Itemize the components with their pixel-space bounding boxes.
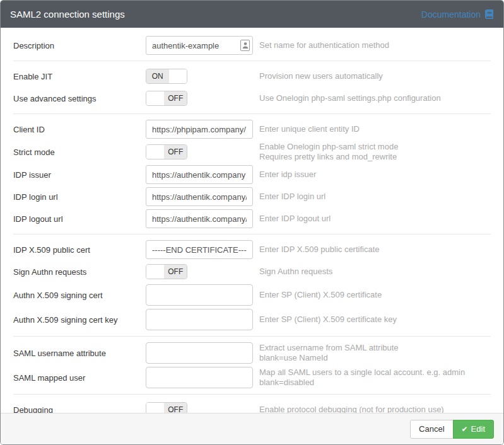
form-row: SAML username attribute Extract username…: [13, 342, 491, 364]
input-wrap: [146, 165, 253, 184]
form-body: Description Set name for authentication …: [1, 28, 503, 413]
toggle-switch[interactable]: OFF: [146, 264, 187, 279]
help-line: Requires pretty links and mod_rewrite: [259, 152, 491, 162]
help-line: blank=disabled: [259, 378, 491, 388]
input-wrap: [146, 367, 253, 388]
edit-button-label: Edit: [471, 424, 485, 434]
form-row: Sign Authn requests OFF Sign Authn reque…: [13, 262, 491, 281]
help-line: Enter SP (Client) X.509 certificate: [259, 290, 491, 300]
form-row: Description Set name for authentication …: [13, 36, 491, 55]
help-line: Enter IDP login url: [259, 192, 491, 202]
toggle-state-label: OFF: [164, 91, 187, 105]
field-help: Extract username from SAML attributeblan…: [259, 343, 491, 363]
toggle-handle: [146, 403, 164, 413]
section-divider: [13, 234, 491, 234]
help-line: Enter IDP X.509 public certificate: [259, 245, 491, 255]
field-label: Authn X.509 signing cert: [13, 291, 146, 300]
edit-button[interactable]: ✔ Edit: [453, 420, 494, 439]
help-line: Enable protocol debugging (not for produ…: [259, 405, 491, 413]
text-input[interactable]: [146, 36, 253, 55]
input-wrap: [146, 36, 253, 55]
input-wrap: [146, 120, 253, 139]
field-control: OFF: [146, 91, 259, 106]
form-row: Enable JIT ON Provision new users automa…: [13, 67, 491, 86]
field-control: OFF: [146, 402, 259, 413]
toggle-state-label: OFF: [164, 145, 187, 159]
field-label: Description: [13, 41, 146, 50]
dialog-footer: Cancel ✔ Edit: [1, 413, 503, 444]
field-control: OFF: [146, 264, 259, 279]
text-input[interactable]: [146, 120, 253, 139]
text-input[interactable]: [146, 284, 253, 306]
input-wrap: [146, 309, 253, 330]
form-row: IDP X.509 public cert Enter IDP X.509 pu…: [13, 240, 491, 259]
dialog-title: SAML2 connection settings: [10, 9, 125, 20]
text-input[interactable]: [146, 209, 253, 228]
toggle-switch[interactable]: OFF: [146, 91, 187, 106]
help-line: Enter SP (Client) X.509 certificate key: [259, 315, 491, 325]
form-row: Client ID Enter unique client entity ID: [13, 120, 491, 139]
field-help: Enable Onelogin php-saml strict modeRequ…: [259, 142, 491, 162]
field-help: Map all SAML users to a single local acc…: [259, 367, 491, 388]
user-icon[interactable]: [240, 40, 250, 51]
help-line: Enter unique client entity ID: [259, 124, 491, 134]
field-help: Set name for authentication method: [259, 40, 491, 50]
toggle-state-label: OFF: [164, 265, 187, 279]
field-label: IDP logout url: [13, 214, 146, 224]
toggle-switch[interactable]: OFF: [146, 144, 187, 159]
field-label: Use advanced settings: [13, 94, 146, 103]
field-label: SAML mapped user: [13, 373, 146, 383]
help-line: Set name for authentication method: [259, 40, 491, 50]
field-help: Sign Authn requests: [259, 267, 491, 277]
field-label: SAML username attribute: [13, 349, 146, 358]
form-row: SAML mapped user Map all SAML users to a…: [13, 367, 491, 388]
field-control: [146, 367, 259, 388]
input-wrap: [146, 284, 253, 306]
field-label: Enable JIT: [13, 72, 146, 81]
field-control: [146, 284, 259, 306]
saml2-settings-dialog: SAML2 connection settings Documentation …: [0, 0, 504, 445]
section-divider: [13, 394, 491, 395]
help-line: Use Onelogin php-saml settings.php confi…: [259, 93, 491, 103]
form-row: Strict mode OFF Enable Onelogin php-saml…: [13, 142, 491, 162]
text-input[interactable]: [146, 187, 253, 206]
help-line: Map all SAML users to a single local acc…: [259, 367, 491, 378]
field-control: ON: [146, 69, 259, 84]
toggle-switch[interactable]: ON: [146, 69, 187, 84]
documentation-link[interactable]: Documentation: [421, 9, 494, 20]
field-control: [146, 165, 259, 184]
text-input[interactable]: [146, 367, 253, 388]
toggle-handle: [169, 69, 187, 83]
help-line: Extract username from SAML attribute: [259, 343, 491, 353]
field-help: Provision new users automatically: [259, 71, 491, 81]
form-row: IDP login url Enter IDP login url: [13, 187, 491, 206]
help-line: Sign Authn requests: [259, 267, 491, 277]
documentation-link-label: Documentation: [421, 9, 481, 20]
text-input[interactable]: [146, 342, 253, 364]
help-line: Enter IDP logout url: [259, 214, 491, 224]
field-control: [146, 187, 259, 206]
help-line: Enable Onelogin php-saml strict mode: [259, 142, 491, 152]
help-line: Enter idp issuer: [259, 170, 491, 180]
toggle-switch[interactable]: OFF: [146, 402, 187, 413]
section-divider: [13, 336, 491, 337]
field-label: IDP login url: [13, 192, 146, 202]
input-wrap: [146, 240, 253, 259]
field-help: Enter SP (Client) X.509 certificate key: [259, 315, 491, 325]
check-icon: ✔: [462, 425, 468, 434]
field-control: [146, 309, 259, 330]
form-row: IDP logout url Enter IDP logout url: [13, 209, 491, 228]
field-help: Enable protocol debugging (not for produ…: [259, 405, 491, 413]
cancel-button[interactable]: Cancel: [410, 420, 453, 439]
field-control: [146, 240, 259, 259]
form-row: IDP issuer Enter idp issuer: [13, 165, 491, 184]
field-control: [146, 209, 259, 228]
toggle-handle: [146, 265, 164, 279]
field-help: Enter IDP X.509 public certificate: [259, 245, 491, 255]
field-help: Use Onelogin php-saml settings.php confi…: [259, 93, 491, 103]
field-control: [146, 120, 259, 139]
text-input[interactable]: [146, 165, 253, 184]
text-input[interactable]: [146, 240, 253, 259]
field-label: Strict mode: [13, 147, 146, 157]
text-input[interactable]: [146, 309, 253, 330]
